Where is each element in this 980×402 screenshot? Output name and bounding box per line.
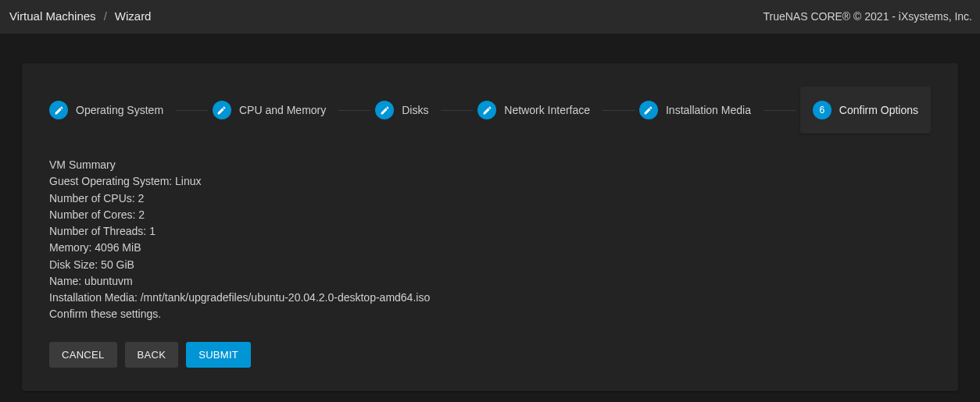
back-button[interactable]: BACK (125, 342, 179, 368)
step-disks[interactable]: Disks (375, 91, 441, 129)
summary-disk-size: Disk Size: 50 GiB (49, 257, 931, 273)
breadcrumb-separator: / (104, 9, 107, 23)
summary-threads: Number of Threads: 1 (49, 223, 931, 240)
summary-cpus: Number of CPUs: 2 (49, 190, 931, 207)
pencil-icon (213, 101, 231, 119)
step-installation-media[interactable]: Installation Media (639, 91, 764, 129)
step-connector (441, 110, 473, 111)
step-label: Disks (402, 104, 428, 116)
summary-name: Name: ubuntuvm (49, 273, 931, 290)
pencil-icon (477, 101, 496, 119)
step-confirm-options[interactable]: 6 Confirm Options (800, 87, 931, 133)
vm-summary: VM Summary Guest Operating System: Linux… (22, 157, 958, 323)
step-cpu-memory[interactable]: CPU and Memory (213, 91, 338, 129)
wizard-card: Operating System CPU and Memory Disks (22, 63, 958, 391)
topbar: Virtual Machines / Wizard TrueNAS CORE® … (0, 0, 980, 34)
cancel-button[interactable]: CANCEL (49, 342, 117, 368)
step-operating-system[interactable]: Operating System (49, 91, 176, 129)
branding-text: TrueNAS CORE® © 2021 - iXsystems, Inc. (763, 10, 972, 23)
step-label: Installation Media (666, 104, 751, 116)
pencil-icon (49, 101, 68, 119)
submit-button[interactable]: SUBMIT (186, 342, 251, 368)
summary-title: VM Summary (49, 157, 931, 173)
wizard-actions: CANCEL BACK SUBMIT (22, 323, 958, 368)
step-label: Confirm Options (839, 104, 918, 116)
step-connector (176, 110, 208, 111)
summary-cores: Number of Cores: 2 (49, 207, 931, 223)
summary-guest-os: Guest Operating System: Linux (49, 173, 931, 190)
page: Operating System CPU and Memory Disks (0, 34, 980, 391)
step-label: CPU and Memory (239, 104, 326, 116)
breadcrumb-current: Wizard (115, 9, 152, 23)
step-connector (603, 110, 635, 111)
summary-install-media: Installation Media: /mnt/tank/upgradefil… (49, 290, 931, 306)
breadcrumb: Virtual Machines / Wizard (9, 9, 151, 23)
step-label: Network Interface (504, 104, 590, 116)
pencil-icon (375, 101, 394, 119)
breadcrumb-root[interactable]: Virtual Machines (9, 9, 96, 23)
step-number: 6 (820, 105, 825, 116)
step-label: Operating System (76, 104, 163, 116)
step-network-interface[interactable]: Network Interface (477, 91, 603, 129)
step-connector (338, 110, 370, 111)
stepper: Operating System CPU and Memory Disks (22, 87, 958, 133)
pencil-icon (639, 101, 658, 119)
summary-memory: Memory: 4096 MiB (49, 240, 931, 256)
summary-confirm-text: Confirm these settings. (49, 306, 931, 322)
step-number-icon: 6 (813, 101, 832, 119)
step-connector (764, 110, 796, 111)
